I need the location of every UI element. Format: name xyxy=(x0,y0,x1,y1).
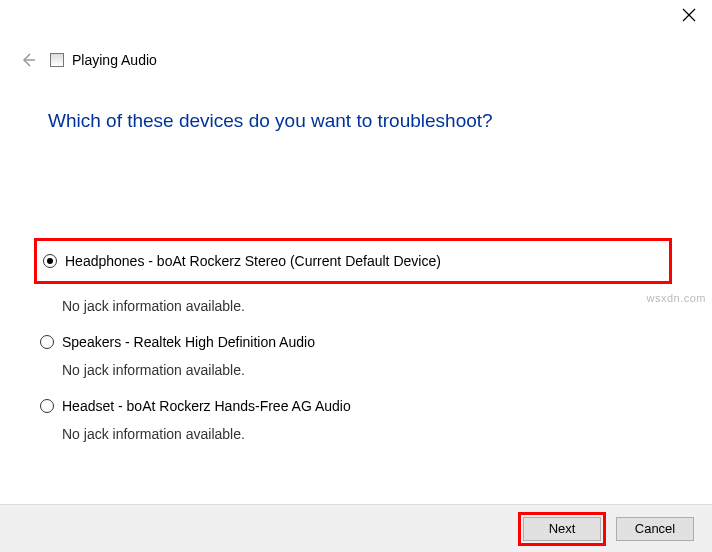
device-label: Headset - boAt Rockerz Hands-Free AG Aud… xyxy=(62,398,351,414)
watermark: wsxdn.com xyxy=(646,292,706,304)
device-option-headset[interactable]: Headset - boAt Rockerz Hands-Free AG Aud… xyxy=(40,394,672,418)
device-option-speakers[interactable]: Speakers - Realtek High Definition Audio xyxy=(40,330,672,354)
device-info: No jack information available. xyxy=(62,418,672,454)
device-option-headphones[interactable]: Headphones - boAt Rockerz Stereo (Curren… xyxy=(43,249,663,273)
close-icon[interactable] xyxy=(682,8,696,22)
device-label: Headphones - boAt Rockerz Stereo (Curren… xyxy=(65,253,441,269)
device-info: No jack information available. xyxy=(62,354,672,390)
back-arrow-icon[interactable] xyxy=(20,52,36,68)
device-info: No jack information available. xyxy=(62,290,672,326)
footer-bar: Next Cancel xyxy=(0,504,712,552)
window-title: Playing Audio xyxy=(72,52,157,68)
page-heading: Which of these devices do you want to tr… xyxy=(48,110,493,132)
radio-icon xyxy=(40,399,54,413)
device-label: Speakers - Realtek High Definition Audio xyxy=(62,334,315,350)
audio-icon xyxy=(50,53,64,67)
radio-icon xyxy=(43,254,57,268)
next-button[interactable]: Next xyxy=(523,517,601,541)
cancel-button[interactable]: Cancel xyxy=(616,517,694,541)
radio-icon xyxy=(40,335,54,349)
device-list: Headphones - boAt Rockerz Stereo (Curren… xyxy=(40,238,672,458)
